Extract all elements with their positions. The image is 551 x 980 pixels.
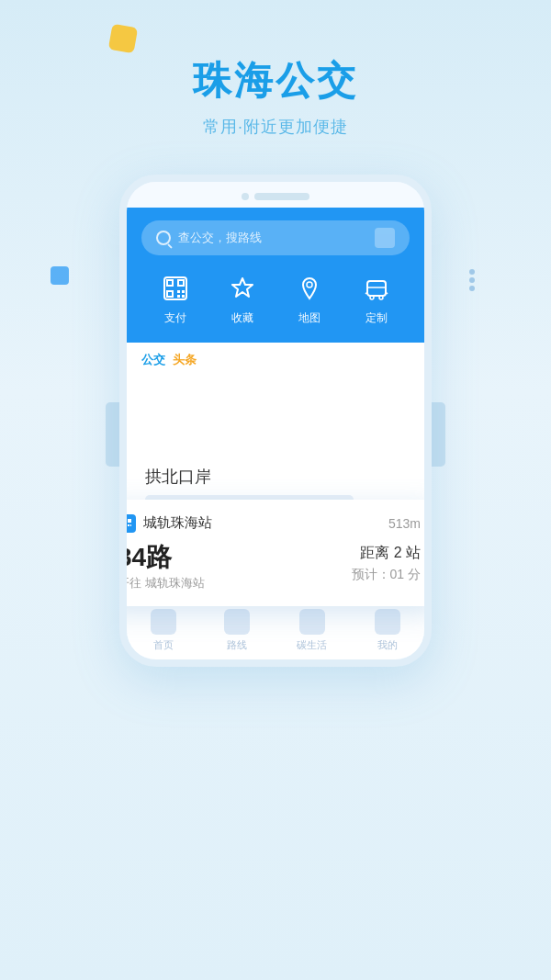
nearby-station-card[interactable]: 城轨珠海站 513m 34路 开往 城轨珠海站 距离 2 站 预计：01 分 (119, 500, 432, 607)
phone-camera (242, 193, 249, 200)
nav-routes-label: 路线 (227, 638, 247, 652)
quick-actions: 支付 收藏 (141, 272, 410, 326)
svg-point-15 (370, 296, 374, 299)
spacer-area (127, 377, 424, 451)
favorites-label: 收藏 (231, 310, 253, 326)
route-direction: 开往 城轨珠海站 (119, 575, 205, 591)
custom-label: 定制 (365, 310, 388, 326)
map-label: 地图 (298, 310, 320, 326)
station-icon (119, 514, 136, 533)
nav-routes[interactable]: 路线 (224, 609, 250, 652)
app-subtitle: 常用·附近更加便捷 (0, 116, 551, 138)
svg-marker-11 (232, 278, 253, 297)
svg-rect-4 (177, 290, 180, 293)
carbon-icon (299, 609, 325, 635)
svg-rect-7 (182, 295, 185, 298)
svg-rect-22 (122, 524, 126, 528)
app-header: 查公交，搜路线 (127, 208, 424, 343)
map-icon (293, 272, 326, 305)
quick-action-favorites[interactable]: 收藏 (226, 272, 259, 326)
route-left: 34路 开往 城轨珠海站 (119, 544, 205, 592)
svg-rect-9 (168, 292, 172, 296)
phone-mockup: 查公交，搜路线 (119, 175, 432, 667)
nav-profile-label: 我的 (377, 638, 398, 652)
payment-icon (159, 272, 192, 305)
home-icon (151, 609, 176, 635)
svg-rect-10 (179, 281, 183, 285)
bus-icon (360, 272, 393, 305)
search-right-button[interactable] (375, 228, 395, 248)
svg-rect-5 (182, 290, 185, 293)
news-banner[interactable]: 公交头条 (127, 343, 424, 377)
app-title: 珠海公交 (0, 55, 551, 107)
phone-mockup-container: 查公交，搜路线 (119, 175, 432, 667)
nav-home-label: 首页 (153, 638, 174, 652)
svg-point-12 (307, 282, 312, 287)
route-info-row: 34路 开往 城轨珠海站 距离 2 站 预计：01 分 (119, 544, 421, 592)
news-tag-blue: 公交 (141, 352, 165, 368)
station-header-row: 城轨珠海站 513m (119, 514, 421, 533)
svg-point-16 (379, 296, 383, 299)
svg-rect-20 (122, 519, 126, 523)
stops-away: 距离 2 站 (360, 544, 421, 563)
route-right: 距离 2 站 预计：01 分 (352, 544, 421, 583)
svg-rect-13 (367, 281, 386, 296)
deco-square-yellow (108, 24, 138, 53)
deco-dots (467, 266, 478, 294)
routes-icon (224, 609, 250, 635)
search-placeholder: 查公交，搜路线 (178, 230, 262, 246)
top-section: 珠海公交 常用·附近更加便捷 (0, 0, 551, 138)
station-name: 城轨珠海站 (143, 514, 212, 532)
quick-action-map[interactable]: 地图 (293, 272, 326, 326)
nav-carbon[interactable]: 碳生活 (297, 609, 327, 652)
search-bar[interactable]: 查公交，搜路线 (141, 220, 410, 255)
nav-carbon-label: 碳生活 (297, 638, 327, 652)
search-icon (156, 231, 171, 245)
nav-profile[interactable]: 我的 (375, 609, 400, 652)
quick-action-payment[interactable]: 支付 (159, 272, 192, 326)
svg-rect-24 (130, 524, 131, 526)
continuation-station-1: 拱北口岸 (145, 466, 406, 488)
svg-rect-23 (128, 524, 129, 526)
svg-rect-6 (177, 295, 180, 298)
phone-content-area: 城轨珠海站 513m 34路 开往 城轨珠海站 距离 2 站 预计：01 分 (127, 377, 424, 599)
phone-top-bar (127, 182, 424, 208)
profile-icon (375, 609, 400, 635)
svg-rect-21 (128, 519, 131, 523)
deco-square-blue (51, 266, 69, 285)
station-distance: 513m (388, 516, 421, 531)
estimated-time: 预计：01 分 (352, 567, 421, 583)
svg-rect-8 (168, 281, 172, 285)
quick-action-custom[interactable]: 定制 (360, 272, 393, 326)
payment-label: 支付 (164, 310, 186, 326)
star-icon (226, 272, 259, 305)
news-tag-orange: 头条 (173, 352, 197, 368)
bottom-nav: 首页 路线 碳生活 我的 (127, 599, 424, 659)
phone-speaker (254, 193, 309, 200)
route-number: 34路 (119, 544, 205, 572)
nav-home[interactable]: 首页 (151, 609, 176, 652)
